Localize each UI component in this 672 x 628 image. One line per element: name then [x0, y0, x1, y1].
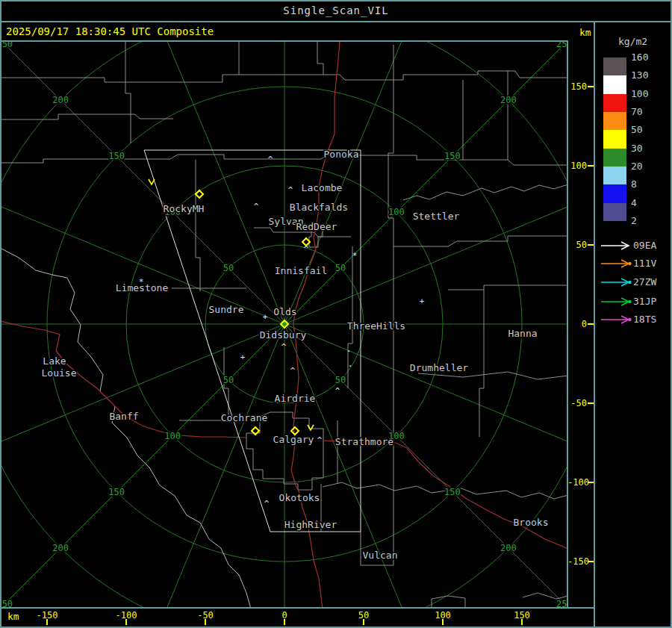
- bottom-axis-tick: [363, 619, 364, 625]
- right-axis-tick: [588, 482, 594, 483]
- radar-map-canvas[interactable]: 5050505010010010010015015015015020020020…: [1, 42, 567, 607]
- radar-arrow-icon: [600, 241, 633, 250]
- scale-boundary-label: 130: [631, 69, 648, 81]
- scale-color-box: [603, 167, 626, 184]
- check-marker: [149, 179, 155, 184]
- ring-distance-label: 200: [500, 95, 517, 105]
- point-marker: ^: [268, 155, 273, 164]
- point-marker: .: [348, 359, 353, 369]
- point-marker: ^: [317, 435, 323, 445]
- ring-distance-label: 150: [444, 151, 461, 161]
- point-marker: +: [263, 312, 268, 322]
- point-marker: ^: [288, 185, 293, 195]
- ring-distance-label: 150: [444, 487, 461, 497]
- radar-site-label: 27ZW: [633, 276, 656, 287]
- border-title-divider: [0, 21, 672, 22]
- ring-distance-label: 250: [1, 42, 13, 49]
- city-label: Sundre: [209, 304, 244, 315]
- right-axis-tick: [588, 165, 594, 167]
- ring-distance-label: 100: [388, 207, 405, 217]
- right-axis-tick: [588, 244, 594, 246]
- point-marker: *: [139, 277, 144, 287]
- check-marker: [308, 425, 314, 430]
- scale-boundary-label: 100: [631, 88, 648, 99]
- city-label: Didsbury: [260, 329, 307, 341]
- scale-color-box: [603, 57, 626, 75]
- ring-distance-label: 250: [556, 599, 567, 607]
- scale-color-box: [603, 203, 626, 221]
- scale-boundary-label: 30: [631, 143, 643, 154]
- city-label: Calgary: [273, 434, 314, 445]
- scale-boundary-label: 160: [631, 52, 648, 63]
- radar-site-label: 09EA: [633, 240, 656, 251]
- radar-arrow-icon: [600, 315, 633, 324]
- city-label: ThreeHills: [347, 320, 405, 332]
- city-label: Airdrie: [275, 393, 316, 404]
- scale-unit-label: kg/m2: [618, 36, 647, 47]
- radar-arrow-icon: [600, 278, 633, 287]
- city-label: Blackfalds: [290, 202, 348, 213]
- point-marker: +: [240, 352, 246, 362]
- ring-distance-label: 100: [164, 431, 181, 441]
- bottom-axis-unit-label: km: [7, 611, 19, 622]
- radar-site-label: 111V: [633, 258, 656, 269]
- point-marker: +: [420, 296, 425, 306]
- right-axis-tick: [588, 402, 594, 404]
- right-axis-label: -150: [567, 556, 587, 567]
- point-marker: ^: [290, 366, 296, 376]
- right-axis-label: 50: [567, 240, 587, 250]
- radar-viewer-window: Single_Scan_VIL 2025/09/17 18:30:45 UTC …: [0, 0, 672, 628]
- city-label: Stettler: [413, 211, 460, 222]
- scale-color-box: [603, 149, 626, 167]
- ring-distance-label: 250: [556, 42, 567, 49]
- right-axis-tick: [588, 561, 594, 562]
- radar-site-label: 31JP: [633, 296, 656, 307]
- window-title: Single_Scan_VIL: [0, 4, 672, 16]
- ring-distance-label: 50: [223, 375, 234, 385]
- scale-boundary-label: 20: [631, 161, 643, 172]
- sidebar-divider: [594, 22, 595, 628]
- city-label: Ponoka: [324, 149, 359, 160]
- city-label: Cochrane: [221, 412, 268, 423]
- city-label: RockyMH: [164, 203, 205, 214]
- provincial-boundary: [1, 248, 251, 607]
- bottom-axis-tick: [125, 619, 127, 625]
- ring-distance-label: 200: [52, 543, 69, 553]
- point-marker: ^: [281, 342, 287, 352]
- point-marker: ^: [304, 244, 309, 254]
- right-axis-label: 0: [567, 319, 587, 329]
- radar-site-label: 18TS: [633, 314, 656, 325]
- ring-distance-label: 50: [335, 375, 346, 385]
- map-border-bottom: [0, 607, 595, 609]
- city-label: RedDeer: [296, 221, 337, 232]
- bottom-axis-tick: [205, 619, 206, 625]
- right-axis-unit-label: km: [579, 27, 591, 38]
- city-label: Okotoks: [279, 492, 320, 503]
- right-axis-label: 150: [567, 81, 587, 92]
- right-axis-tick: [588, 323, 594, 325]
- scale-boundary-label: 50: [631, 124, 643, 135]
- scale-color-box: [603, 75, 626, 93]
- city-label: Lake: [43, 355, 66, 367]
- right-axis-label: -50: [567, 398, 587, 408]
- city-label: Vulcan: [363, 550, 398, 561]
- diamond-marker: [196, 190, 203, 198]
- bottom-axis-tick: [284, 619, 285, 625]
- bottom-axis-tick: [521, 619, 523, 625]
- right-axis-label: 100: [567, 161, 587, 171]
- scan-datetime: 2025/09/17 18:30:45 UTC Composite: [6, 25, 214, 37]
- city-label: Lacombe: [302, 182, 343, 193]
- point-marker: ^: [264, 499, 270, 509]
- scale-color-box: [603, 112, 626, 130]
- scale-boundary-label: 4: [631, 197, 637, 208]
- ring-distance-label: 150: [108, 151, 125, 161]
- ring-distance-label: 200: [52, 95, 69, 105]
- ring-distance-label: 250: [1, 599, 13, 607]
- point-marker: ^: [335, 386, 340, 396]
- ring-distance-label: 150: [108, 487, 125, 497]
- city-label: Banff: [109, 411, 138, 422]
- scale-color-box: [603, 130, 626, 148]
- city-label: Hanna: [508, 328, 537, 339]
- radar-arrow-icon: [600, 297, 633, 306]
- bottom-axis-tick: [46, 619, 48, 625]
